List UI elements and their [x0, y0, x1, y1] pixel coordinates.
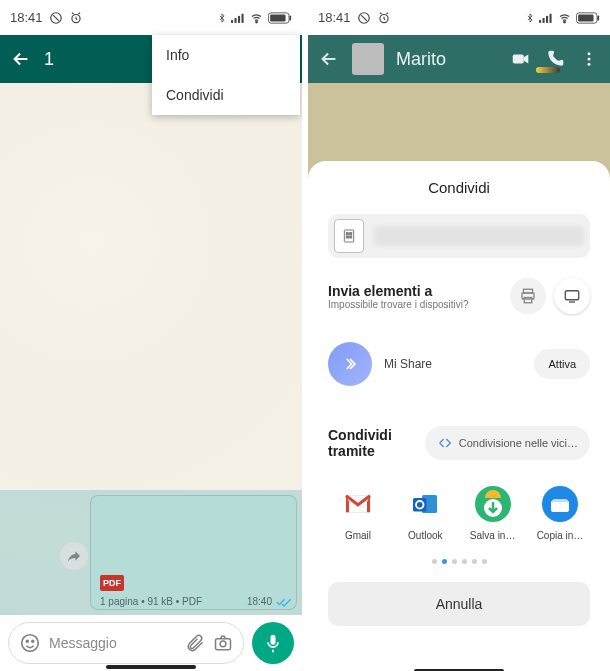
voice-call-icon[interactable]	[544, 49, 566, 69]
selected-message-area[interactable]: PDF 1 pagina • 91 kB • PDF 18:40	[0, 490, 302, 615]
svg-rect-9	[270, 14, 285, 21]
nav-handle[interactable]	[106, 665, 196, 669]
share-via-label: Condividi tramite	[328, 427, 413, 459]
svg-point-10	[22, 635, 39, 652]
alarm-icon	[69, 11, 83, 25]
svg-point-14	[220, 641, 226, 647]
menu-share[interactable]: Condividi	[152, 75, 300, 115]
activate-button[interactable]: Attiva	[534, 349, 590, 379]
avatar[interactable]	[352, 43, 384, 75]
status-time: 18:41	[318, 10, 351, 25]
svg-rect-2	[231, 20, 233, 23]
app-copy[interactable]: Copia in…	[532, 484, 588, 541]
app-label: Gmail	[345, 530, 371, 541]
document-icon	[334, 219, 364, 253]
left-screenshot: 18:41 1 PDF 1 pagina •	[0, 0, 302, 671]
read-ticks-icon	[276, 597, 292, 607]
svg-rect-3	[235, 18, 237, 23]
dnd-icon	[357, 11, 371, 25]
svg-rect-32	[346, 236, 348, 238]
app-outlook[interactable]: Outlook	[397, 484, 453, 541]
message-input[interactable]: Messaggio	[8, 622, 244, 664]
app-label: Copia in…	[537, 530, 584, 541]
mic-button[interactable]	[252, 622, 294, 664]
svg-rect-25	[513, 54, 524, 63]
mishare-icon	[328, 342, 372, 386]
svg-rect-8	[289, 15, 291, 20]
dnd-icon	[49, 11, 63, 25]
battery-icon	[268, 12, 292, 24]
wa-header: Marito	[308, 35, 610, 83]
svg-point-26	[588, 52, 591, 55]
alarm-icon	[377, 11, 391, 25]
svg-rect-19	[546, 15, 548, 22]
svg-point-21	[564, 21, 566, 23]
signal-icon	[539, 12, 553, 24]
page-dots	[328, 559, 590, 564]
attach-icon[interactable]	[185, 633, 205, 653]
message-bubble	[90, 495, 297, 610]
svg-point-28	[588, 63, 591, 66]
status-bar: 18:41	[0, 0, 302, 35]
emoji-icon[interactable]	[19, 632, 41, 654]
svg-rect-24	[578, 14, 593, 21]
panel-divider	[302, 0, 305, 671]
app-label: Salva in…	[470, 530, 516, 541]
mishare-label: Mi Share	[384, 357, 522, 371]
svg-point-6	[256, 21, 258, 23]
bluetooth-icon	[525, 11, 535, 25]
status-time: 18:41	[10, 10, 43, 25]
apps-row: Gmail Outlook Salva in… Copia in…	[328, 484, 590, 541]
sheet-title: Condividi	[328, 179, 590, 196]
svg-rect-4	[238, 15, 240, 22]
forward-button[interactable]	[60, 542, 88, 570]
pdf-badge: PDF	[100, 575, 124, 591]
message-time: 18:40	[247, 596, 272, 607]
svg-rect-18	[543, 18, 545, 23]
file-preview[interactable]	[328, 214, 590, 258]
app-label: Outlook	[408, 530, 442, 541]
message-placeholder: Messaggio	[49, 635, 177, 651]
message-peek	[536, 67, 560, 73]
svg-rect-17	[539, 20, 541, 23]
composer: Messaggio	[0, 615, 302, 671]
app-gmail[interactable]: Gmail	[330, 484, 386, 541]
battery-icon	[576, 12, 600, 24]
wifi-icon	[557, 12, 572, 24]
app-save[interactable]: Salva in…	[465, 484, 521, 541]
svg-rect-23	[597, 15, 599, 20]
menu-info[interactable]: Info	[152, 35, 300, 75]
signal-icon	[231, 12, 245, 24]
svg-rect-31	[350, 233, 352, 235]
message-meta: 1 pagina • 91 kB • PDF	[100, 596, 202, 607]
svg-rect-30	[346, 233, 348, 235]
svg-point-11	[26, 640, 28, 642]
svg-rect-20	[550, 13, 552, 22]
svg-point-12	[32, 640, 34, 642]
nearby-share-label: Condivisione nelle vici…	[459, 437, 578, 449]
send-to-row: Invia elementi a Impossibile trovare i d…	[328, 278, 590, 314]
nearby-share-chip[interactable]: Condivisione nelle vici…	[425, 426, 590, 460]
svg-rect-37	[565, 291, 579, 300]
bluetooth-icon	[217, 11, 227, 25]
share-via-row: Condividi tramite Condivisione nelle vic…	[328, 426, 590, 460]
cast-button[interactable]	[554, 278, 590, 314]
back-icon[interactable]	[10, 48, 32, 70]
back-icon[interactable]	[318, 48, 340, 70]
svg-rect-5	[242, 13, 244, 22]
send-to-label: Invia elementi a	[328, 283, 502, 299]
camera-icon[interactable]	[213, 633, 233, 653]
svg-rect-36	[524, 298, 532, 303]
context-menu: Info Condividi	[152, 35, 300, 115]
chat-name[interactable]: Marito	[396, 49, 498, 70]
status-bar: 18:41	[308, 0, 610, 35]
print-button[interactable]	[510, 278, 546, 314]
send-to-sub[interactable]: Impossibile trovare i dispositivi?	[328, 299, 502, 310]
svg-point-27	[588, 58, 591, 61]
share-sheet: Condividi Invia elementi a Impossibile t…	[308, 161, 610, 671]
mishare-row: Mi Share Attiva	[328, 342, 590, 386]
file-name-blurred	[374, 226, 584, 246]
more-icon[interactable]	[578, 50, 600, 68]
video-call-icon[interactable]	[510, 48, 532, 70]
cancel-button[interactable]: Annulla	[328, 582, 590, 626]
